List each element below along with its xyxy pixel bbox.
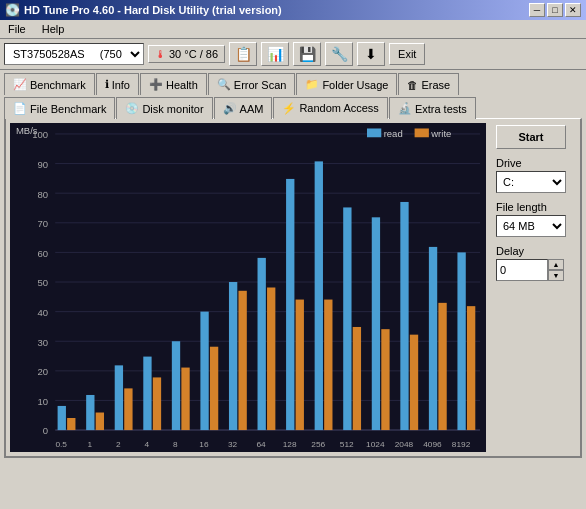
drive-select-sidebar[interactable]: C: — [496, 171, 566, 193]
svg-rect-37 — [200, 312, 208, 430]
thermometer-icon: 🌡 — [155, 48, 166, 60]
toolbar-btn-5[interactable]: ⬇ — [357, 42, 385, 66]
svg-rect-56 — [467, 306, 475, 430]
file-bench-icon: 📄 — [13, 102, 27, 115]
tabs-row2: 📄 File Benchmark 💿 Disk monitor 🔊 AAM ⚡ … — [0, 94, 586, 118]
svg-rect-42 — [267, 288, 275, 431]
svg-text:512: 512 — [340, 440, 354, 449]
file-length-group: File length 64 MB 128 MB 256 MB — [496, 201, 574, 237]
svg-text:10: 10 — [38, 397, 49, 407]
sidebar: Start Drive C: File length 64 MB 128 MB … — [490, 119, 580, 456]
toolbar-btn-3[interactable]: 💾 — [293, 42, 321, 66]
svg-text:60: 60 — [38, 249, 49, 259]
toolbar: ST3750528AS (750 gB) 🌡 30 °C / 86 📋 📊 💾 … — [0, 39, 586, 70]
toolbar-btn-1[interactable]: 📋 — [229, 42, 257, 66]
delay-input[interactable] — [496, 259, 548, 281]
svg-text:128: 128 — [283, 440, 297, 449]
svg-rect-45 — [315, 161, 323, 430]
svg-text:0: 0 — [43, 427, 48, 437]
drive-label: Drive — [496, 157, 574, 169]
svg-text:80: 80 — [38, 190, 49, 200]
svg-rect-25 — [415, 128, 429, 137]
svg-rect-44 — [296, 300, 304, 431]
svg-rect-33 — [143, 357, 151, 430]
drive-group: Drive C: — [496, 157, 574, 193]
svg-text:256: 256 — [311, 440, 325, 449]
svg-text:1024: 1024 — [366, 440, 385, 449]
svg-rect-31 — [115, 365, 123, 430]
svg-text:20: 20 — [38, 368, 49, 378]
svg-rect-35 — [172, 341, 180, 430]
svg-text:write: write — [430, 130, 451, 140]
delay-down-button[interactable]: ▼ — [548, 270, 564, 281]
svg-text:90: 90 — [38, 160, 49, 170]
tab-folder-usage[interactable]: 📁 Folder Usage — [296, 73, 397, 95]
file-length-select[interactable]: 64 MB 128 MB 256 MB — [496, 215, 566, 237]
toolbar-btn-4[interactable]: 🔧 — [325, 42, 353, 66]
svg-text:30: 30 — [38, 338, 49, 348]
svg-rect-50 — [381, 329, 389, 430]
menu-bar: File Help — [0, 20, 586, 39]
info-icon: ℹ — [105, 78, 109, 91]
maximize-button[interactable]: □ — [547, 3, 563, 17]
svg-text:8: 8 — [173, 440, 178, 449]
svg-rect-48 — [353, 327, 361, 430]
scan-icon: 🔍 — [217, 78, 231, 91]
tab-disk-monitor[interactable]: 💿 Disk monitor — [116, 97, 212, 119]
temperature-display: 🌡 30 °C / 86 — [148, 45, 225, 63]
svg-text:0.5: 0.5 — [55, 440, 67, 449]
close-button[interactable]: ✕ — [565, 3, 581, 17]
svg-rect-38 — [210, 347, 218, 430]
svg-rect-29 — [86, 395, 94, 430]
svg-rect-40 — [238, 291, 246, 430]
temperature-value: 30 °C / 86 — [169, 48, 218, 60]
title-bar: 💽 HD Tune Pro 4.60 - Hard Disk Utility (… — [0, 0, 586, 20]
svg-rect-32 — [124, 388, 132, 430]
tab-benchmark[interactable]: 📈 Benchmark — [4, 73, 95, 95]
delay-spinner: ▲ ▼ — [496, 259, 574, 281]
svg-text:4096: 4096 — [423, 440, 442, 449]
drive-selector[interactable]: ST3750528AS (750 gB) — [4, 43, 144, 65]
tab-random-access[interactable]: ⚡ Random Access — [273, 97, 387, 119]
svg-text:read: read — [384, 130, 403, 140]
tab-health[interactable]: ➕ Health — [140, 73, 207, 95]
svg-rect-54 — [438, 303, 446, 430]
start-button[interactable]: Start — [496, 125, 566, 149]
svg-rect-51 — [400, 202, 408, 430]
svg-rect-46 — [324, 300, 332, 431]
svg-text:MB/s: MB/s — [16, 126, 38, 136]
svg-text:4: 4 — [145, 440, 150, 449]
svg-rect-47 — [343, 207, 351, 430]
toolbar-btn-2[interactable]: 📊 — [261, 42, 289, 66]
tab-aam[interactable]: 🔊 AAM — [214, 97, 273, 119]
menu-help[interactable]: Help — [38, 22, 69, 36]
tab-file-benchmark[interactable]: 📄 File Benchmark — [4, 97, 115, 119]
minimize-button[interactable]: ─ — [529, 3, 545, 17]
tab-info[interactable]: ℹ Info — [96, 73, 139, 95]
svg-text:32: 32 — [228, 440, 238, 449]
disk-monitor-icon: 💿 — [125, 102, 139, 115]
svg-rect-27 — [58, 406, 66, 430]
svg-rect-41 — [258, 258, 266, 430]
exit-button[interactable]: Exit — [389, 43, 425, 65]
file-length-label: File length — [496, 201, 574, 213]
menu-file[interactable]: File — [4, 22, 30, 36]
svg-text:8192: 8192 — [452, 440, 471, 449]
svg-rect-43 — [286, 179, 294, 430]
svg-rect-55 — [457, 252, 465, 430]
delay-group: Delay ▲ ▼ — [496, 245, 574, 281]
delay-up-button[interactable]: ▲ — [548, 259, 564, 270]
svg-rect-23 — [367, 128, 381, 137]
svg-text:1: 1 — [87, 440, 92, 449]
benchmark-icon: 📈 — [13, 78, 27, 91]
svg-rect-28 — [67, 418, 75, 430]
erase-icon: 🗑 — [407, 79, 418, 91]
svg-rect-49 — [372, 217, 380, 430]
svg-text:70: 70 — [38, 220, 49, 230]
chart-svg: 0 10 20 30 40 50 60 70 80 90 100 MB/s re… — [10, 123, 486, 452]
svg-text:2048: 2048 — [395, 440, 414, 449]
tab-error-scan[interactable]: 🔍 Error Scan — [208, 73, 296, 95]
svg-rect-36 — [181, 368, 189, 431]
tab-extra-tests[interactable]: 🔬 Extra tests — [389, 97, 476, 119]
tab-erase[interactable]: 🗑 Erase — [398, 73, 459, 95]
